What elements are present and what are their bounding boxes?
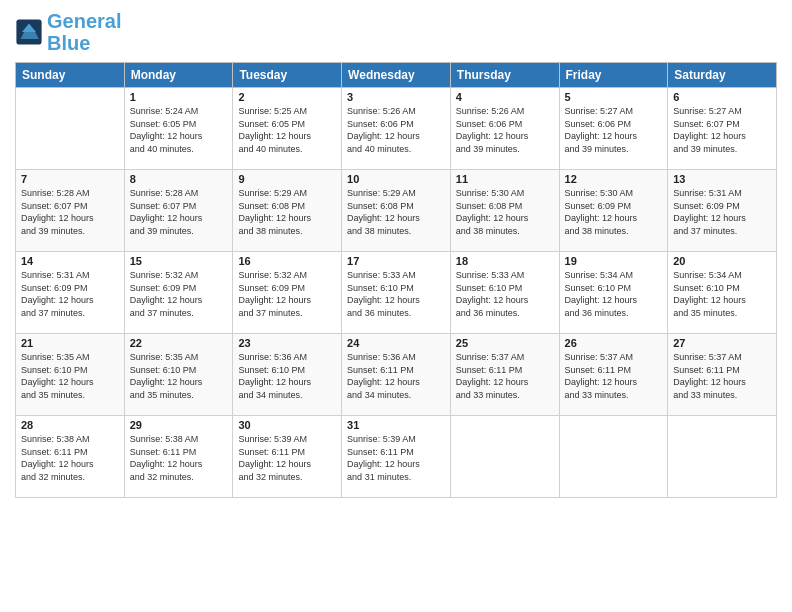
day-number: 31 [347,419,445,431]
page-header: GeneralBlue [15,10,777,54]
calendar-cell: 11Sunrise: 5:30 AM Sunset: 6:08 PM Dayli… [450,170,559,252]
calendar-cell: 20Sunrise: 5:34 AM Sunset: 6:10 PM Dayli… [668,252,777,334]
day-info: Sunrise: 5:26 AM Sunset: 6:06 PM Dayligh… [347,105,445,155]
day-info: Sunrise: 5:31 AM Sunset: 6:09 PM Dayligh… [21,269,119,319]
day-number: 16 [238,255,336,267]
day-info: Sunrise: 5:39 AM Sunset: 6:11 PM Dayligh… [238,433,336,483]
calendar-header-row: SundayMondayTuesdayWednesdayThursdayFrid… [16,63,777,88]
calendar-table: SundayMondayTuesdayWednesdayThursdayFrid… [15,62,777,498]
day-number: 14 [21,255,119,267]
col-header-friday: Friday [559,63,668,88]
day-number: 22 [130,337,228,349]
day-number: 27 [673,337,771,349]
logo-icon [15,18,43,46]
calendar-cell: 13Sunrise: 5:31 AM Sunset: 6:09 PM Dayli… [668,170,777,252]
day-number: 18 [456,255,554,267]
day-number: 20 [673,255,771,267]
calendar-cell: 26Sunrise: 5:37 AM Sunset: 6:11 PM Dayli… [559,334,668,416]
day-info: Sunrise: 5:32 AM Sunset: 6:09 PM Dayligh… [130,269,228,319]
day-info: Sunrise: 5:38 AM Sunset: 6:11 PM Dayligh… [130,433,228,483]
day-number: 19 [565,255,663,267]
page-container: GeneralBlue SundayMondayTuesdayWednesday… [0,0,792,508]
day-number: 4 [456,91,554,103]
day-info: Sunrise: 5:35 AM Sunset: 6:10 PM Dayligh… [21,351,119,401]
day-info: Sunrise: 5:34 AM Sunset: 6:10 PM Dayligh… [565,269,663,319]
day-info: Sunrise: 5:28 AM Sunset: 6:07 PM Dayligh… [130,187,228,237]
day-info: Sunrise: 5:31 AM Sunset: 6:09 PM Dayligh… [673,187,771,237]
col-header-saturday: Saturday [668,63,777,88]
col-header-thursday: Thursday [450,63,559,88]
day-info: Sunrise: 5:37 AM Sunset: 6:11 PM Dayligh… [673,351,771,401]
calendar-cell: 9Sunrise: 5:29 AM Sunset: 6:08 PM Daylig… [233,170,342,252]
day-number: 8 [130,173,228,185]
day-number: 3 [347,91,445,103]
col-header-wednesday: Wednesday [342,63,451,88]
day-info: Sunrise: 5:30 AM Sunset: 6:09 PM Dayligh… [565,187,663,237]
calendar-cell: 3Sunrise: 5:26 AM Sunset: 6:06 PM Daylig… [342,88,451,170]
day-number: 28 [21,419,119,431]
day-info: Sunrise: 5:34 AM Sunset: 6:10 PM Dayligh… [673,269,771,319]
day-info: Sunrise: 5:28 AM Sunset: 6:07 PM Dayligh… [21,187,119,237]
day-info: Sunrise: 5:37 AM Sunset: 6:11 PM Dayligh… [565,351,663,401]
day-number: 5 [565,91,663,103]
day-info: Sunrise: 5:37 AM Sunset: 6:11 PM Dayligh… [456,351,554,401]
calendar-cell: 25Sunrise: 5:37 AM Sunset: 6:11 PM Dayli… [450,334,559,416]
day-number: 6 [673,91,771,103]
day-number: 17 [347,255,445,267]
calendar-week-3: 14Sunrise: 5:31 AM Sunset: 6:09 PM Dayli… [16,252,777,334]
logo-text: GeneralBlue [47,10,121,54]
calendar-cell: 14Sunrise: 5:31 AM Sunset: 6:09 PM Dayli… [16,252,125,334]
calendar-cell [668,416,777,498]
calendar-week-4: 21Sunrise: 5:35 AM Sunset: 6:10 PM Dayli… [16,334,777,416]
calendar-cell: 15Sunrise: 5:32 AM Sunset: 6:09 PM Dayli… [124,252,233,334]
day-number: 15 [130,255,228,267]
calendar-cell: 30Sunrise: 5:39 AM Sunset: 6:11 PM Dayli… [233,416,342,498]
day-number: 29 [130,419,228,431]
calendar-cell: 7Sunrise: 5:28 AM Sunset: 6:07 PM Daylig… [16,170,125,252]
calendar-cell: 16Sunrise: 5:32 AM Sunset: 6:09 PM Dayli… [233,252,342,334]
day-info: Sunrise: 5:26 AM Sunset: 6:06 PM Dayligh… [456,105,554,155]
day-number: 12 [565,173,663,185]
day-info: Sunrise: 5:39 AM Sunset: 6:11 PM Dayligh… [347,433,445,483]
col-header-tuesday: Tuesday [233,63,342,88]
day-number: 11 [456,173,554,185]
day-info: Sunrise: 5:29 AM Sunset: 6:08 PM Dayligh… [238,187,336,237]
calendar-cell: 23Sunrise: 5:36 AM Sunset: 6:10 PM Dayli… [233,334,342,416]
calendar-cell: 29Sunrise: 5:38 AM Sunset: 6:11 PM Dayli… [124,416,233,498]
calendar-cell: 5Sunrise: 5:27 AM Sunset: 6:06 PM Daylig… [559,88,668,170]
day-info: Sunrise: 5:36 AM Sunset: 6:10 PM Dayligh… [238,351,336,401]
calendar-week-2: 7Sunrise: 5:28 AM Sunset: 6:07 PM Daylig… [16,170,777,252]
calendar-cell [450,416,559,498]
calendar-cell: 17Sunrise: 5:33 AM Sunset: 6:10 PM Dayli… [342,252,451,334]
day-info: Sunrise: 5:36 AM Sunset: 6:11 PM Dayligh… [347,351,445,401]
day-info: Sunrise: 5:33 AM Sunset: 6:10 PM Dayligh… [347,269,445,319]
day-info: Sunrise: 5:27 AM Sunset: 6:07 PM Dayligh… [673,105,771,155]
calendar-cell [16,88,125,170]
calendar-week-5: 28Sunrise: 5:38 AM Sunset: 6:11 PM Dayli… [16,416,777,498]
col-header-monday: Monday [124,63,233,88]
day-info: Sunrise: 5:30 AM Sunset: 6:08 PM Dayligh… [456,187,554,237]
calendar-week-1: 1Sunrise: 5:24 AM Sunset: 6:05 PM Daylig… [16,88,777,170]
day-info: Sunrise: 5:38 AM Sunset: 6:11 PM Dayligh… [21,433,119,483]
calendar-cell: 12Sunrise: 5:30 AM Sunset: 6:09 PM Dayli… [559,170,668,252]
calendar-cell: 24Sunrise: 5:36 AM Sunset: 6:11 PM Dayli… [342,334,451,416]
day-info: Sunrise: 5:32 AM Sunset: 6:09 PM Dayligh… [238,269,336,319]
day-info: Sunrise: 5:33 AM Sunset: 6:10 PM Dayligh… [456,269,554,319]
day-info: Sunrise: 5:29 AM Sunset: 6:08 PM Dayligh… [347,187,445,237]
day-number: 30 [238,419,336,431]
day-number: 7 [21,173,119,185]
day-number: 21 [21,337,119,349]
day-number: 10 [347,173,445,185]
day-number: 24 [347,337,445,349]
col-header-sunday: Sunday [16,63,125,88]
calendar-cell: 28Sunrise: 5:38 AM Sunset: 6:11 PM Dayli… [16,416,125,498]
calendar-cell: 21Sunrise: 5:35 AM Sunset: 6:10 PM Dayli… [16,334,125,416]
calendar-cell: 19Sunrise: 5:34 AM Sunset: 6:10 PM Dayli… [559,252,668,334]
day-info: Sunrise: 5:27 AM Sunset: 6:06 PM Dayligh… [565,105,663,155]
day-number: 2 [238,91,336,103]
day-number: 1 [130,91,228,103]
day-number: 23 [238,337,336,349]
calendar-cell: 6Sunrise: 5:27 AM Sunset: 6:07 PM Daylig… [668,88,777,170]
calendar-cell: 27Sunrise: 5:37 AM Sunset: 6:11 PM Dayli… [668,334,777,416]
day-number: 9 [238,173,336,185]
